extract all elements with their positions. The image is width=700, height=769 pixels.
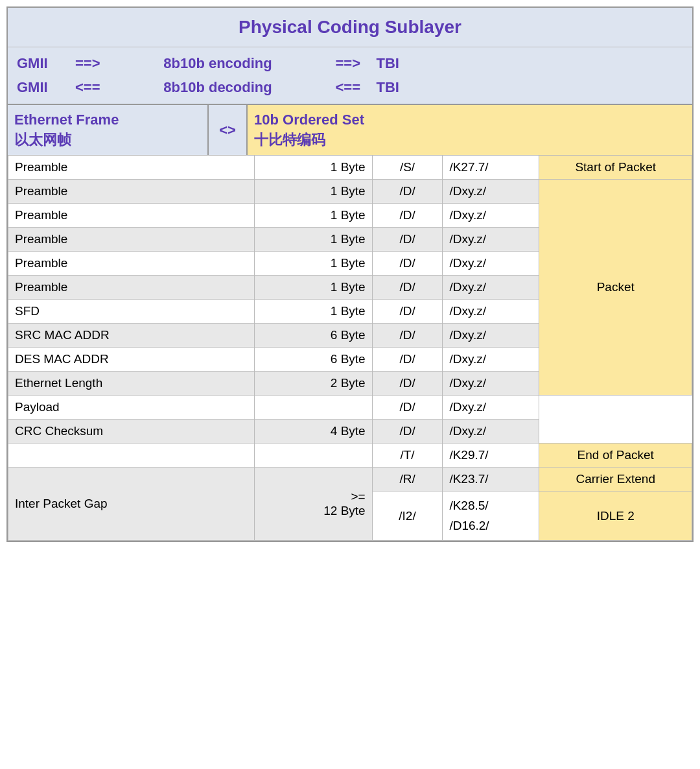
enc-label-2: 8b10b decoding [127,75,309,99]
enc-label-1: 8b10b encoding [127,51,309,75]
row-code-7: /D/ [372,324,443,348]
data-table: Preamble 1 Byte /S/ /K27.7/ Start of Pac… [8,155,692,541]
table-row: Inter Packet Gap >=12 Byte /R/ /K23.7/ C… [8,467,692,491]
row-size-13: >=12 Byte [255,467,372,541]
row-code-1: /D/ [372,180,443,204]
row-code-11: /D/ [372,420,443,444]
row-size-0: 1 Byte [255,156,372,180]
row-size-9: 2 Byte [255,372,372,396]
row-name-0: Preamble [8,156,255,180]
row-size-1: 1 Byte [255,180,372,204]
row-code-0: /S/ [372,156,443,180]
table-row: Preamble 1 Byte /D/ /Dxy.z/ Packet [8,180,692,204]
carrier-extend-label: Carrier Extend [539,467,692,491]
row-code-8: /D/ [372,348,443,372]
encoding-row-1: GMII ==> 8b10b encoding ==> TBI [17,51,683,75]
row-name-12 [8,444,255,467]
row-size-4: 1 Byte [255,252,372,276]
row-encoded-0: /K27.7/ [443,156,539,180]
row-size-5: 1 Byte [255,276,372,300]
row-code-3: /D/ [372,228,443,252]
row-encoded-3: /Dxy.z/ [443,228,539,252]
row-name-3: Preamble [8,228,255,252]
row-size-3: 1 Byte [255,228,372,252]
row-encoded-2: /Dxy.z/ [443,204,539,228]
row-name-6: SFD [8,300,255,324]
page-title: Physical Coding Sublayer [8,8,692,47]
row-encoded-12: /K29.7/ [443,444,539,467]
packet-label: Packet [539,180,692,396]
row-size-12 [255,444,372,467]
table-header: Ethernet Frame以太网帧 <> 10b Ordered Set十比特… [8,104,692,156]
row-encoded-4: /Dxy.z/ [443,252,539,276]
row-name-4: Preamble [8,252,255,276]
table-row: Preamble 1 Byte /S/ /K27.7/ Start of Pac… [8,156,692,180]
row-name-5: Preamble [8,276,255,300]
encoding-section: GMII ==> 8b10b encoding ==> TBI GMII <==… [8,47,692,104]
row-name-8: DES MAC ADDR [8,348,255,372]
row-encoded-1: /Dxy.z/ [443,180,539,204]
header-arrow: <> [209,105,248,156]
row-size-10 [255,396,372,420]
row-code-4: /D/ [372,252,443,276]
encoding-row-2: GMII <== 8b10b decoding <== TBI [17,75,683,99]
row-size-2: 1 Byte [255,204,372,228]
gmii-label-1: GMII [17,51,75,75]
row-name-10: Payload [8,396,255,420]
enc-arrow-2: <== [75,75,127,99]
table-row: Payload /D/ /Dxy.z/ [8,396,692,420]
row-encoded-9: /Dxy.z/ [443,372,539,396]
end-of-packet-label: End of Packet [539,444,692,467]
row-name-7: SRC MAC ADDR [8,324,255,348]
row-size-6: 1 Byte [255,300,372,324]
row-desc-0: Start of Packet [539,156,692,180]
row-code-12: /T/ [372,444,443,467]
gmii-label-2: GMII [17,75,75,99]
row-code-13: /R/ [372,467,443,491]
row-encoded-6: /Dxy.z/ [443,300,539,324]
header-eth-frame: Ethernet Frame以太网帧 [8,105,209,156]
enc-arrow2-1: ==> [309,51,360,75]
row-size-7: 6 Byte [255,324,372,348]
row-encoded-5: /Dxy.z/ [443,276,539,300]
idle-label: IDLE 2 [539,491,692,541]
row-encoded-7: /Dxy.z/ [443,324,539,348]
row-encoded-11: /Dxy.z/ [443,420,539,444]
row-code-5: /D/ [372,276,443,300]
enc-arrow-1: ==> [75,51,127,75]
row-code-6: /D/ [372,300,443,324]
row-encoded-14: /K28.5//D16.2/ [443,491,539,541]
enc-tbi-1: TBI [360,51,399,75]
row-code-14: /I2/ [372,491,443,541]
row-name-1: Preamble [8,180,255,204]
row-name-2: Preamble [8,204,255,228]
table-row: /T/ /K29.7/ End of Packet [8,444,692,467]
main-container: Physical Coding Sublayer GMII ==> 8b10b … [6,6,694,542]
row-encoded-10: /Dxy.z/ [443,396,539,420]
row-encoded-13: /K23.7/ [443,467,539,491]
row-code-2: /D/ [372,204,443,228]
row-code-9: /D/ [372,372,443,396]
table-body: Preamble 1 Byte /S/ /K27.7/ Start of Pac… [8,156,692,541]
enc-tbi-2: TBI [360,75,399,99]
row-code-10: /D/ [372,396,443,420]
header-ordered-set: 10b Ordered Set十比特编码 [248,105,692,156]
table-row: CRC Checksum 4 Byte /D/ /Dxy.z/ [8,420,692,444]
row-size-8: 6 Byte [255,348,372,372]
enc-arrow2-2: <== [309,75,360,99]
row-name-11: CRC Checksum [8,420,255,444]
row-size-11: 4 Byte [255,420,372,444]
row-encoded-8: /Dxy.z/ [443,348,539,372]
row-name-9: Ethernet Length [8,372,255,396]
row-name-13: Inter Packet Gap [8,467,255,541]
